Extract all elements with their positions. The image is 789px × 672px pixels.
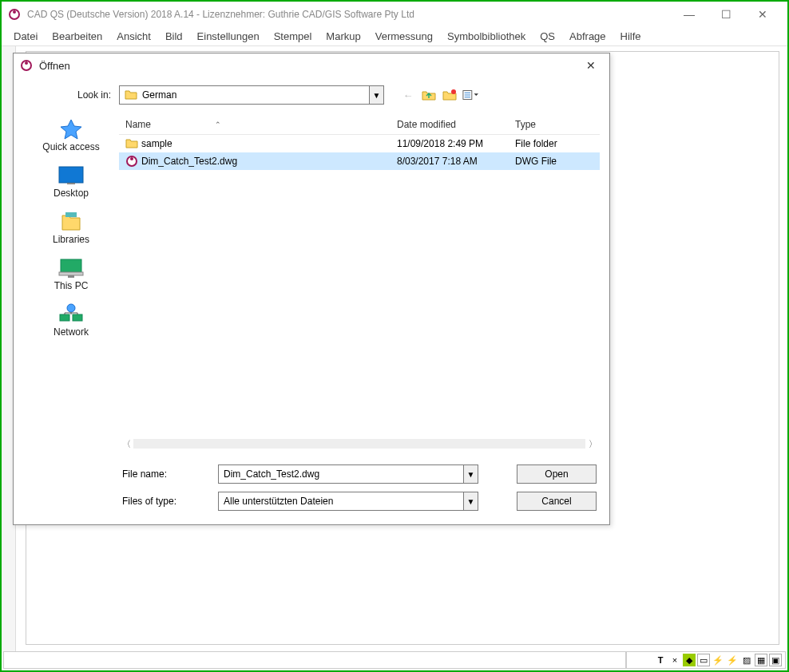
cancel-button[interactable]: Cancel (517, 492, 597, 511)
horizontal-scrollbar[interactable]: 〈 〉 (119, 437, 600, 451)
file-list: Name ⌃ Date modified Type (119, 114, 600, 515)
open-button[interactable]: Open (517, 464, 597, 484)
menu-einstellungen[interactable]: Einstellungen (190, 29, 267, 44)
status-grid-icon[interactable]: ▦ (755, 654, 767, 666)
dialog-title: Öffnen (39, 60, 579, 72)
file-list-header: Name ⌃ Date modified Type (119, 114, 600, 135)
place-thispc[interactable]: This PC (23, 256, 119, 291)
dialog-icon (20, 59, 33, 72)
maximize-button[interactable]: ☐ (708, 3, 744, 26)
file-date: 8/03/2017 7:18 AM (397, 156, 478, 167)
minimize-button[interactable]: — (671, 3, 708, 26)
menu-markup[interactable]: Markup (319, 29, 367, 44)
svg-point-1 (13, 10, 16, 14)
dialog-close-button[interactable]: ✕ (579, 56, 603, 75)
status-layer-icon[interactable]: ◆ (683, 654, 696, 666)
menu-bild[interactable]: Bild (158, 29, 190, 44)
file-name: Dim_Catch_Test2.dwg (141, 156, 237, 167)
app-icon (8, 8, 21, 21)
place-desktop-label: Desktop (54, 188, 89, 199)
view-menu-icon[interactable] (462, 87, 478, 103)
filename-field[interactable]: Dim_Catch_Test2.dwg ▼ (218, 464, 478, 484)
dialog-body: Look in: German ▼ ← (14, 77, 609, 524)
folder-icon (125, 137, 138, 150)
menu-abfrage[interactable]: Abfrage (562, 29, 613, 44)
menu-bearbeiten[interactable]: Bearbeiten (45, 29, 109, 44)
scroll-right-icon[interactable]: 〉 (585, 438, 600, 450)
file-date: 11/09/2018 2:49 PM (397, 138, 483, 149)
menu-stempel[interactable]: Stempel (267, 29, 319, 44)
folder-icon (125, 89, 137, 101)
file-row[interactable]: Dim_Catch_Test2.dwg 8/03/2017 7:18 AM DW… (119, 152, 600, 170)
svg-point-16 (130, 157, 133, 160)
status-text-icon[interactable]: T (654, 654, 667, 666)
svg-rect-9 (61, 259, 81, 272)
menu-ansicht[interactable]: Ansicht (109, 29, 158, 44)
svg-point-3 (25, 61, 28, 65)
filetype-field[interactable]: Alle unterstützten Dateien ▼ (218, 492, 478, 511)
dialog-bottom: File name: Dim_Catch_Test2.dwg ▼ Open Fi… (119, 451, 600, 515)
status-x-icon[interactable]: × (668, 654, 681, 666)
place-quick-access-label: Quick access (42, 141, 99, 152)
place-network-label: Network (54, 326, 89, 338)
new-folder-icon[interactable] (442, 87, 458, 103)
lookin-row: Look in: German ▼ ← (23, 82, 600, 108)
statusbar-left (3, 651, 626, 669)
lookin-label: Look in: (23, 89, 119, 101)
dwg-file-icon (125, 155, 138, 168)
status-screen-icon[interactable]: ▣ (769, 654, 782, 666)
menu-datei[interactable]: Datei (6, 29, 45, 44)
menu-qs[interactable]: QS (533, 29, 562, 44)
back-icon[interactable]: ← (400, 87, 416, 103)
thispc-icon (57, 256, 85, 280)
menu-vermessung[interactable]: Vermessung (368, 29, 440, 44)
status-hatch-icon[interactable]: ▨ (740, 654, 753, 666)
svg-rect-10 (59, 272, 83, 275)
quick-access-icon (57, 117, 85, 141)
close-button[interactable]: ✕ (744, 3, 781, 26)
col-date-label: Date modified (397, 119, 456, 130)
libraries-icon (57, 210, 85, 234)
file-row[interactable]: sample 11/09/2018 2:49 PM File folder (119, 135, 600, 152)
lookin-dropdown-button[interactable]: ▼ (369, 86, 383, 104)
scroll-track[interactable] (133, 439, 585, 449)
svg-rect-11 (68, 275, 74, 278)
window-title: CAD QS (Deutsche Version) 2018 A.14 - Li… (27, 9, 671, 20)
filetype-dropdown-button[interactable]: ▼ (463, 492, 478, 510)
svg-rect-12 (60, 314, 69, 321)
svg-point-14 (67, 304, 75, 312)
status-box1-icon[interactable]: ▭ (697, 654, 710, 666)
cancel-button-label: Cancel (541, 496, 571, 507)
status-lightning-icon[interactable]: ⚡ (712, 654, 724, 666)
place-libraries[interactable]: Libraries (23, 210, 119, 245)
menu-symbolbibliothek[interactable]: Symbolbibliothek (440, 29, 533, 44)
svg-rect-13 (73, 314, 82, 321)
status-bolt2-icon[interactable]: ⚡ (726, 654, 739, 666)
scroll-left-icon[interactable]: 〈 (119, 438, 133, 450)
filename-value: Dim_Catch_Test2.dwg (224, 468, 319, 480)
statusbar: T × ◆ ▭ ⚡ ⚡ ▨ ▦ ▣ (3, 651, 786, 669)
svg-point-4 (451, 89, 456, 94)
file-type: DWG File (515, 156, 557, 167)
col-name-label: Name (125, 119, 151, 130)
col-type-label: Type (515, 119, 536, 130)
statusbar-right: T × ◆ ▭ ⚡ ⚡ ▨ ▦ ▣ (626, 651, 786, 669)
sort-ascending-icon: ⌃ (215, 121, 221, 128)
place-quick-access[interactable]: Quick access (23, 117, 119, 152)
place-desktop[interactable]: Desktop (23, 164, 119, 199)
up-folder-icon[interactable] (421, 87, 437, 103)
col-date[interactable]: Date modified (391, 119, 509, 130)
file-name: sample (141, 138, 172, 149)
place-thispc-label: This PC (54, 280, 89, 291)
menu-hilfe[interactable]: Hilfe (613, 29, 648, 44)
place-network[interactable]: Network (23, 302, 119, 338)
lookin-combo[interactable]: German ▼ (119, 85, 384, 105)
open-dialog: Öffnen ✕ Look in: German ▼ ← (13, 53, 610, 525)
dialog-titlebar: Öffnen ✕ (14, 53, 609, 77)
place-libraries-label: Libraries (53, 234, 89, 245)
svg-rect-8 (65, 212, 77, 217)
col-type[interactable]: Type (509, 119, 600, 130)
col-name[interactable]: Name ⌃ (119, 119, 391, 130)
filename-dropdown-button[interactable]: ▼ (463, 465, 478, 483)
svg-rect-7 (67, 183, 75, 184)
